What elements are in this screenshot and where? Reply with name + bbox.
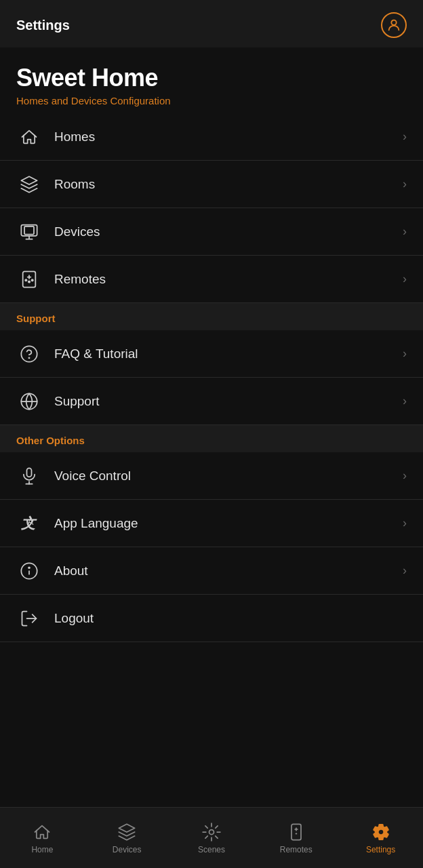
logout-icon (16, 606, 42, 631)
svg-point-25 (296, 833, 297, 834)
section-other: Other Options Voice Control › 文 A App La… (0, 425, 423, 642)
menu-item-devices[interactable]: Devices › (0, 208, 423, 256)
svg-text:A: A (28, 517, 34, 527)
svg-point-9 (21, 346, 37, 361)
chevron-right-icon: › (403, 394, 407, 408)
menu-item-homes[interactable]: Homes › (0, 113, 423, 161)
menu-label-language: App Language (54, 516, 403, 531)
question-icon (16, 341, 42, 367)
nav-label-settings: Settings (366, 845, 395, 854)
svg-point-21 (209, 829, 214, 834)
svg-point-10 (28, 357, 29, 358)
menu-item-logout[interactable]: Logout › (0, 595, 423, 642)
menu-label-devices: Devices (54, 224, 403, 239)
section-header-other: Other Options (0, 425, 423, 452)
nav-label-scenes: Scenes (198, 845, 225, 854)
translate-icon: 文 A (16, 511, 42, 536)
nav-label-home: Home (31, 845, 53, 854)
menu-label-rooms: Rooms (54, 177, 403, 192)
svg-point-7 (25, 279, 26, 281)
home-nav-icon (32, 822, 52, 842)
menu-item-support[interactable]: Support › (0, 378, 423, 425)
menu-label-logout: Logout (54, 611, 403, 626)
page-subtitle: Homes and Devices Configuration (16, 95, 407, 106)
bottom-nav: Home Devices Scenes Remotes Settings (0, 807, 423, 868)
user-avatar-button[interactable] (381, 12, 407, 38)
svg-rect-22 (291, 824, 301, 840)
remotes-nav-icon (286, 822, 306, 842)
mic-icon (16, 463, 42, 489)
cube-icon (16, 172, 42, 197)
info-icon (16, 558, 42, 584)
chevron-right-icon: › (403, 224, 407, 239)
globe-icon (16, 389, 42, 414)
page-main-title: Sweet Home (16, 64, 407, 92)
devices-icon (16, 219, 42, 245)
chevron-right-icon: › (403, 130, 407, 144)
section-label-support: Support (16, 313, 56, 324)
devices-nav-icon (117, 822, 137, 842)
nav-item-devices[interactable]: Devices (85, 808, 169, 868)
section-label-other: Other Options (16, 435, 85, 446)
chevron-right-icon: › (403, 347, 407, 361)
chevron-right-icon: › (403, 564, 407, 578)
menu-label-remotes: Remotes (54, 272, 403, 287)
svg-point-0 (391, 20, 396, 25)
nav-item-scenes[interactable]: Scenes (169, 808, 254, 868)
svg-point-6 (28, 281, 30, 282)
menu-label-faq: FAQ & Tutorial (54, 347, 403, 361)
menu-label-support: Support (54, 394, 403, 409)
menu-item-language[interactable]: 文 A App Language › (0, 500, 423, 547)
chevron-right-icon: › (403, 272, 407, 286)
nav-item-settings[interactable]: Settings (338, 808, 423, 868)
home-icon (16, 124, 42, 150)
chevron-right-icon: › (403, 516, 407, 530)
chevron-right-icon: › (403, 177, 407, 191)
section-homes-devices: Homes › Rooms › Devices › Remotes › (0, 113, 423, 303)
header: Settings (0, 0, 423, 47)
menu-label-homes: Homes (54, 130, 403, 144)
remote-icon (16, 267, 42, 292)
nav-item-remotes[interactable]: Remotes (254, 808, 338, 868)
nav-label-devices: Devices (113, 845, 142, 854)
svg-rect-2 (24, 226, 34, 234)
section-support: Support FAQ & Tutorial › Support › (0, 303, 423, 425)
nav-item-home[interactable]: Home (0, 808, 85, 868)
menu-item-rooms[interactable]: Rooms › (0, 161, 423, 208)
menu-label-voice: Voice Control (54, 469, 403, 484)
page-title-area: Sweet Home Homes and Devices Configurati… (0, 47, 423, 113)
section-header-support: Support (0, 303, 423, 330)
menu-label-about: About (54, 564, 403, 578)
nav-label-remotes: Remotes (280, 845, 313, 854)
menu-item-faq[interactable]: FAQ & Tutorial › (0, 330, 423, 378)
svg-point-8 (32, 279, 33, 281)
svg-rect-12 (27, 468, 32, 477)
header-title: Settings (16, 18, 70, 33)
svg-rect-3 (23, 271, 36, 287)
menu-item-voice[interactable]: Voice Control › (0, 452, 423, 500)
menu-item-about[interactable]: About › (0, 547, 423, 595)
menu-item-remotes[interactable]: Remotes › (0, 256, 423, 303)
scenes-nav-icon (201, 822, 222, 842)
settings-nav-icon (371, 822, 391, 842)
chevron-right-icon: › (403, 469, 407, 483)
